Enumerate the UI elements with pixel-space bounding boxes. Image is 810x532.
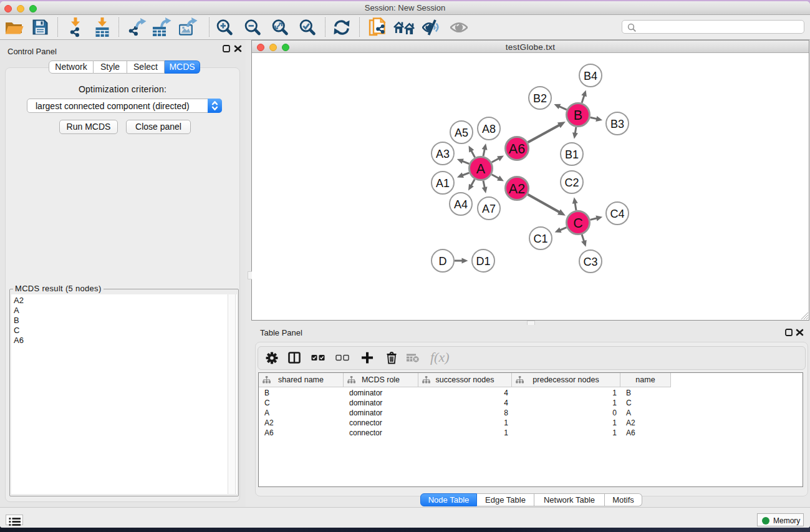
svg-text:B4: B4 [584, 70, 597, 82]
svg-text:A4: A4 [454, 198, 468, 211]
svg-text:A2: A2 [509, 181, 525, 196]
svg-text:C: C [573, 216, 583, 231]
svg-text:A: A [476, 162, 486, 177]
svg-text:C3: C3 [583, 256, 597, 268]
svg-text:C4: C4 [610, 208, 624, 220]
svg-text:B2: B2 [533, 92, 547, 105]
svg-text:B3: B3 [610, 118, 624, 130]
svg-text:A6: A6 [509, 142, 525, 157]
svg-text:C2: C2 [564, 177, 579, 189]
svg-text:B1: B1 [565, 148, 579, 161]
svg-text:A8: A8 [482, 123, 496, 135]
svg-text:D: D [439, 255, 447, 268]
svg-text:A3: A3 [436, 148, 450, 160]
svg-text:A7: A7 [482, 203, 496, 215]
svg-text:D1: D1 [476, 255, 490, 268]
svg-text:B: B [574, 108, 582, 123]
svg-text:A1: A1 [436, 177, 450, 190]
svg-text:A5: A5 [455, 127, 468, 139]
svg-text:C1: C1 [533, 233, 547, 245]
